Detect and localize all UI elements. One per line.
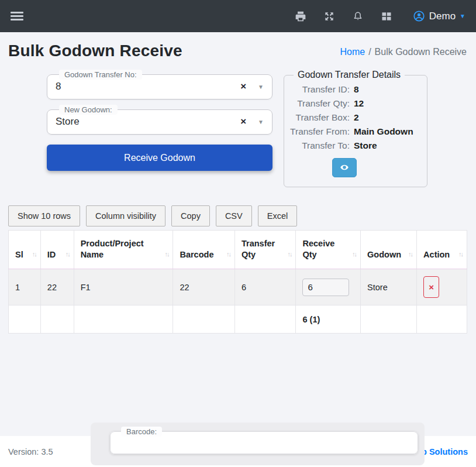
- sort-icon: ↑↓: [408, 249, 412, 260]
- godown-transfer-details-panel: Godown Transfer Details Transfer ID: 8 T…: [284, 70, 427, 187]
- footer-receive-qty-total: 6 (1): [296, 305, 361, 334]
- detail-value: 12: [354, 97, 364, 111]
- notifications-bell-icon[interactable]: [352, 11, 364, 22]
- footer-cell-empty: [74, 305, 173, 334]
- column-header-product-name[interactable]: Product/Project Name↑↓: [74, 231, 173, 269]
- detail-row: Transfer From: Main Godown: [290, 125, 421, 139]
- receive-table: Sl↑↓ ID↑↓ Product/Project Name↑↓ Barcode…: [8, 230, 467, 334]
- fullscreen-icon[interactable]: [323, 11, 335, 22]
- barcode-panel: Barcode:: [91, 423, 425, 465]
- user-menu[interactable]: Demo ▼: [413, 10, 465, 22]
- menu-hamburger-icon[interactable]: [11, 10, 23, 22]
- column-header-transfer-qty[interactable]: Transfer Qty↑↓: [234, 231, 296, 269]
- detail-label: Transfer Box:: [290, 111, 350, 125]
- column-label: Action: [423, 250, 450, 259]
- print-icon[interactable]: [295, 11, 306, 22]
- new-godown-label: New Godown:: [59, 105, 118, 115]
- top-navbar: Demo ▼: [0, 0, 476, 32]
- user-circle-icon: [413, 10, 425, 22]
- page-title: Bulk Godown Receive: [8, 42, 182, 60]
- footer-cell-empty: [234, 305, 296, 334]
- detail-value: Store: [354, 139, 377, 153]
- column-label: Transfer Qty: [242, 239, 275, 259]
- column-header-sl[interactable]: Sl↑↓: [9, 231, 41, 269]
- sort-icon: ↑↓: [32, 249, 36, 260]
- table-row: 1 22 F1 22 6 Store ×: [9, 269, 467, 305]
- datatable-toolbar: Show 10 rows Column visibility Copy CSV …: [8, 205, 468, 226]
- chevron-down-icon[interactable]: ▼: [258, 119, 264, 125]
- column-label: Product/Project Name: [81, 239, 144, 259]
- receive-godown-button[interactable]: Receive Godown: [47, 145, 273, 171]
- column-header-barcode[interactable]: Barcode↑↓: [173, 231, 235, 269]
- clear-x-icon[interactable]: ×: [238, 116, 249, 128]
- user-name-label: Demo: [429, 11, 456, 22]
- footer-cell-empty: [173, 305, 235, 334]
- column-header-action[interactable]: Action↑↓: [417, 231, 467, 269]
- godown-transfer-no-value: 8: [56, 81, 238, 92]
- detail-row: Transfer Box: 2: [290, 111, 421, 125]
- column-header-id[interactable]: ID↑↓: [40, 231, 74, 269]
- cell-sl: 1: [9, 269, 41, 305]
- eye-icon: [339, 165, 350, 174]
- column-header-receive-qty[interactable]: Receive Qty↑↓: [296, 231, 361, 269]
- cell-id: 22: [40, 269, 74, 305]
- delete-row-button[interactable]: ×: [423, 276, 439, 298]
- detail-value: Main Godown: [354, 125, 413, 139]
- cell-transfer-qty: 6: [234, 269, 296, 305]
- apps-grid-icon[interactable]: [381, 11, 392, 22]
- column-label: Sl: [15, 250, 23, 259]
- column-header-godown[interactable]: Godown↑↓: [361, 231, 417, 269]
- view-transfer-button[interactable]: [332, 158, 357, 177]
- cell-action: ×: [417, 269, 467, 305]
- godown-transfer-no-select[interactable]: 8 × ▼: [56, 81, 264, 92]
- detail-value: 2: [354, 111, 359, 125]
- cell-product-name: F1: [74, 269, 173, 305]
- barcode-input[interactable]: [116, 437, 412, 451]
- detail-row: Transfer ID: 8: [290, 83, 421, 97]
- sort-icon: ↑↓: [458, 249, 463, 260]
- show-rows-button[interactable]: Show 10 rows: [8, 205, 80, 226]
- receive-form: Godown Transfer No: 8 × ▼ New Godown: St…: [47, 70, 476, 187]
- content-wrapper: Bulk Godown Receive Home/Bulk Godown Rec…: [0, 32, 476, 436]
- sort-icon: ↑↓: [226, 249, 230, 260]
- clear-x-icon[interactable]: ×: [238, 81, 249, 92]
- breadcrumb: Home/Bulk Godown Receive: [340, 42, 467, 57]
- footer-cell-empty: [40, 305, 74, 334]
- detail-label: Transfer Qty:: [290, 97, 350, 111]
- table-header-row: Sl↑↓ ID↑↓ Product/Project Name↑↓ Barcode…: [9, 231, 467, 269]
- form-left-column: Godown Transfer No: 8 × ▼ New Godown: St…: [47, 70, 273, 171]
- breadcrumb-home-link[interactable]: Home: [340, 47, 365, 57]
- cell-barcode: 22: [173, 269, 235, 305]
- breadcrumb-current: Bulk Godown Receive: [375, 47, 467, 57]
- new-godown-select[interactable]: Store × ▼: [56, 116, 264, 128]
- cell-receive-qty: [296, 269, 361, 305]
- sort-icon: ↑↓: [164, 249, 168, 260]
- footer-cell-empty: [361, 305, 417, 334]
- detail-label: Transfer From:: [290, 125, 350, 139]
- cell-godown: Store: [361, 269, 417, 305]
- column-label: ID: [47, 250, 56, 259]
- barcode-label: Barcode:: [121, 427, 162, 437]
- copy-button[interactable]: Copy: [171, 205, 210, 226]
- godown-transfer-no-field: Godown Transfer No: 8 × ▼: [47, 70, 273, 99]
- csv-button[interactable]: CSV: [216, 205, 252, 226]
- detail-value: 8: [354, 83, 359, 97]
- godown-transfer-no-label: Godown Transfer No:: [59, 70, 142, 80]
- user-caret-down-icon: ▼: [460, 13, 465, 19]
- sort-icon: ↑↓: [352, 249, 356, 260]
- footer-cell-empty: [417, 305, 467, 334]
- detail-row: Transfer To: Store: [290, 139, 421, 153]
- receive-qty-input[interactable]: [302, 279, 349, 296]
- sort-icon: ↑↓: [287, 249, 291, 260]
- excel-button[interactable]: Excel: [258, 205, 297, 226]
- page-header: Bulk Godown Receive Home/Bulk Godown Rec…: [0, 32, 476, 60]
- footer-cell-empty: [9, 305, 41, 334]
- column-label: Receive Qty: [302, 239, 334, 259]
- chevron-down-icon[interactable]: ▼: [258, 84, 264, 90]
- navbar-actions: Demo ▼: [295, 10, 465, 22]
- details-legend: Godown Transfer Details: [294, 70, 405, 80]
- column-visibility-button[interactable]: Column visibility: [86, 205, 165, 226]
- detail-label: Transfer To:: [290, 139, 350, 153]
- solutions-link[interactable]: b Solutions: [422, 447, 468, 456]
- version-label: Version: 3.5: [8, 447, 53, 456]
